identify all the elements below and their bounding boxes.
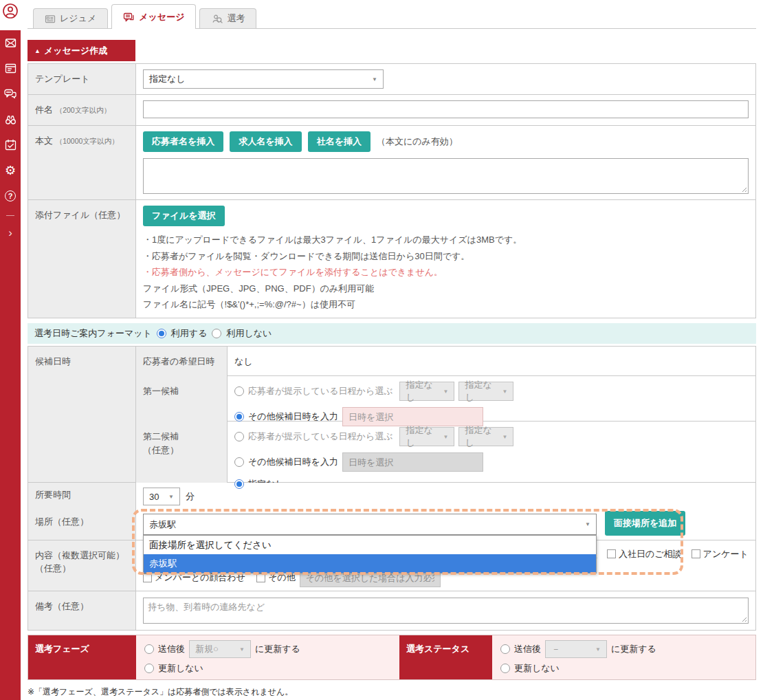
user-avatar-icon bbox=[2, 3, 19, 19]
tab-selection[interactable]: 選考 bbox=[199, 8, 256, 28]
message-form-table: テンプレート 指定なし ▼ 件名 （200文字以内） 本文 （10000文字以内… bbox=[27, 63, 756, 318]
sidebar-item-chat[interactable] bbox=[0, 81, 21, 107]
insert-company-name-button[interactable]: 社名を挿入 bbox=[308, 131, 371, 152]
sidebar-expand-button[interactable]: › bbox=[0, 220, 21, 245]
help-icon: ? bbox=[5, 190, 16, 201]
add-interview-place-button[interactable]: 面接場所を追加 bbox=[605, 511, 685, 536]
place-select-value: 赤坂駅 bbox=[149, 518, 176, 531]
schedule-format-use-label[interactable]: 利用する bbox=[171, 327, 208, 340]
chevron-right-icon: › bbox=[8, 227, 12, 239]
phase-no-update-label[interactable]: 更新しない bbox=[158, 662, 203, 675]
join-date-checkbox[interactable] bbox=[607, 549, 616, 558]
status-no-update-label[interactable]: 更新しない bbox=[514, 662, 560, 675]
section-header-label: メッセージ作成 bbox=[44, 45, 107, 57]
select-file-button[interactable]: ファイルを選択 bbox=[143, 206, 225, 226]
join-date-checkbox-label[interactable]: 入社日のご相談 bbox=[619, 548, 682, 560]
attachment-note-4: ファイル形式（JPEG、JPG、PNG、PDF）のみ利用可能 bbox=[143, 281, 749, 296]
second-other-datetime-radio[interactable] bbox=[234, 457, 244, 467]
status-select[interactable]: － ▼ bbox=[545, 640, 607, 658]
phase-select[interactable]: 新規○ ▼ bbox=[189, 640, 251, 658]
second-date-select[interactable]: 指定なし ▼ bbox=[399, 427, 454, 446]
remarks-textarea[interactable] bbox=[143, 598, 749, 624]
attachment-note-5: ファイル名に記号（!$&'()*+,;=%:@/?#~）は使用不可 bbox=[143, 296, 749, 312]
second-from-applicant-label[interactable]: 応募者が提示している日程から選ぶ bbox=[248, 430, 392, 443]
resume-card-icon bbox=[45, 14, 56, 24]
collapse-arrow-icon: ▲ bbox=[34, 47, 41, 54]
gear-icon: ⚙ bbox=[5, 164, 16, 177]
phase-after-send-label[interactable]: 送信後 bbox=[158, 643, 185, 655]
second-time-select[interactable]: 指定なし ▼ bbox=[458, 427, 513, 446]
tab-message-label: メッセージ bbox=[139, 11, 184, 23]
insert-buttons-note: （本文にのみ有効） bbox=[377, 135, 458, 148]
job-card-icon bbox=[4, 62, 17, 75]
duration-row: 所要時間 30 ▼ 分 bbox=[28, 482, 755, 506]
tab-resume-label: レジュメ bbox=[60, 12, 96, 25]
attachment-label: 添付ファイル（任意） bbox=[28, 200, 136, 318]
template-select[interactable]: 指定なし ▼ bbox=[143, 69, 384, 89]
insert-applicant-name-button[interactable]: 応募者名を挿入 bbox=[143, 131, 223, 152]
place-option-default[interactable]: 面接場所を選択してください bbox=[144, 536, 596, 554]
caret-down-icon: ▼ bbox=[595, 646, 601, 653]
other-checkbox[interactable] bbox=[256, 573, 265, 582]
second-from-applicant-radio[interactable] bbox=[234, 432, 244, 441]
subject-label: 件名 （200文字以内） bbox=[28, 95, 136, 125]
schedule-format-band: 選考日時ご案内フォーマット 利用する 利用しない bbox=[27, 323, 756, 344]
first-from-applicant-label[interactable]: 応募者が提示している日程から選ぶ bbox=[248, 385, 392, 397]
survey-checkbox[interactable] bbox=[692, 549, 700, 558]
body-textarea[interactable] bbox=[143, 158, 749, 194]
place-label: 場所（任意） bbox=[28, 507, 136, 540]
message-create-section-header[interactable]: ▲ メッセージ作成 bbox=[27, 40, 135, 61]
candidate-datetime-label: 候補日時 bbox=[28, 347, 136, 482]
attachment-notes: ・1度にアップロードできるファイルは最大3ファイル、1ファイルの最大サイズは3M… bbox=[143, 232, 749, 312]
place-dropdown-list: 面接場所を選択してください 赤坂駅 bbox=[143, 535, 597, 573]
body-row: 本文 （10000文字以内） 応募者名を挿入 求人名を挿入 社名を挿入 （本文に… bbox=[28, 125, 755, 199]
phase-status-table: 選考フェーズ 送信後 新規○ ▼ に更新する 更新しない 選考ステータス 送信後 bbox=[27, 635, 756, 680]
content-checkbox-line1: 談 入社日のご相談 アンケート bbox=[588, 545, 749, 563]
second-other-datetime-label[interactable]: その他候補日時を入力 bbox=[248, 456, 338, 468]
status-options: 送信後 － ▼ に更新する 更新しない bbox=[492, 635, 755, 679]
status-no-update-radio[interactable] bbox=[500, 664, 510, 673]
phase-update-radio[interactable] bbox=[144, 644, 154, 654]
meet-members-checkbox[interactable] bbox=[143, 573, 152, 582]
tab-message[interactable]: メッセージ bbox=[111, 4, 196, 29]
attachment-note-2: ・応募者がファイルを閲覧・ダウンロードできる期間は送信日から30日間です。 bbox=[143, 248, 749, 264]
body-label: 本文 （10000文字以内） bbox=[28, 126, 136, 199]
applicant-preference-value: なし bbox=[234, 356, 749, 368]
duration-select[interactable]: 30 ▼ bbox=[143, 488, 180, 505]
template-select-value: 指定なし bbox=[149, 73, 186, 85]
schedule-format-label: 選考日時ご案内フォーマット bbox=[34, 327, 152, 340]
survey-checkbox-label[interactable]: アンケート bbox=[703, 548, 749, 560]
place-select[interactable]: 赤坂駅 ▼ bbox=[143, 514, 597, 535]
status-after-send-label[interactable]: 送信後 bbox=[514, 643, 541, 655]
applicant-preference-row: 応募者の希望日時 なし bbox=[136, 347, 755, 375]
schedule-format-use-radio[interactable] bbox=[157, 329, 166, 338]
attachment-row: 添付ファイル（任意） ファイルを選択 ・1度にアップロードできるファイルは最大3… bbox=[28, 199, 755, 318]
sidebar-item-mail[interactable] bbox=[0, 30, 21, 56]
sidebar-item-settings[interactable]: ⚙ bbox=[0, 157, 21, 183]
first-from-applicant-radio[interactable] bbox=[234, 386, 244, 396]
caret-down-icon: ▼ bbox=[443, 434, 449, 440]
subject-input[interactable] bbox=[143, 100, 749, 118]
sidebar-item-scout[interactable] bbox=[0, 107, 21, 132]
phase-no-update-radio[interactable] bbox=[144, 664, 154, 673]
status-update-radio[interactable] bbox=[500, 644, 510, 654]
body-hint: （10000文字以内） bbox=[56, 137, 119, 145]
avatar[interactable] bbox=[0, 0, 21, 30]
sidebar-item-help[interactable]: ? bbox=[0, 183, 21, 208]
sidebar-divider bbox=[6, 215, 14, 216]
schedule-format-notuse-label[interactable]: 利用しない bbox=[226, 327, 272, 340]
tab-resume[interactable]: レジュメ bbox=[33, 8, 108, 28]
content-label-optional: （任意） bbox=[35, 562, 129, 575]
first-date-select[interactable]: 指定なし ▼ bbox=[399, 382, 454, 401]
sidebar-item-calendar[interactable] bbox=[0, 132, 21, 157]
schedule-format-notuse-radio[interactable] bbox=[212, 329, 221, 338]
first-other-datetime-radio[interactable] bbox=[234, 412, 244, 422]
second-datetime-input[interactable] bbox=[342, 452, 483, 472]
place-option-akasaka[interactable]: 赤坂駅 bbox=[144, 554, 596, 573]
insert-job-name-button[interactable]: 求人名を挿入 bbox=[230, 131, 301, 152]
caret-down-icon: ▼ bbox=[239, 646, 245, 653]
first-time-select[interactable]: 指定なし ▼ bbox=[458, 382, 513, 401]
remarks-label: 備考（任意） bbox=[28, 591, 136, 630]
first-candidate-row: 第一候補 応募者が提示している日程から選ぶ 指定なし ▼ 指定なし ▼ bbox=[136, 375, 755, 421]
sidebar-item-job-postings[interactable] bbox=[0, 56, 21, 81]
